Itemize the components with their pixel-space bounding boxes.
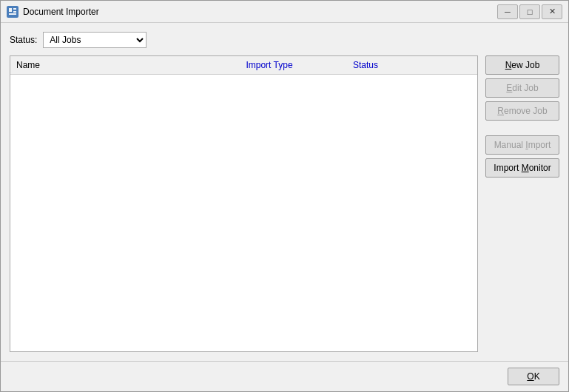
import-monitor-label: Import Monitor: [494, 163, 551, 173]
window-content: Status: All Jobs Active Inactive Complet…: [1, 23, 568, 361]
svg-rect-0: [9, 8, 12, 12]
new-job-label: New Job: [505, 60, 540, 70]
svg-rect-1: [13, 8, 16, 10]
document-importer-window: Document Importer ─ □ ✕ Status: All Jobs…: [0, 0, 569, 392]
table-header: Name Import Type Status: [10, 56, 477, 75]
new-job-button[interactable]: New Job: [485, 55, 559, 75]
remove-job-button[interactable]: Remove Job: [485, 101, 559, 121]
status-bar: Status: All Jobs Active Inactive Complet…: [10, 32, 559, 48]
minimize-button[interactable]: ─: [497, 4, 518, 19]
window-controls: ─ □ ✕: [497, 4, 562, 19]
ok-button[interactable]: OK: [508, 368, 559, 385]
manual-import-button[interactable]: Manual Import: [485, 135, 559, 155]
window-icon: [7, 6, 18, 18]
col-header-import-type: Import Type: [218, 58, 321, 72]
window-footer: OK: [1, 361, 568, 391]
col-header-status: Status: [321, 58, 410, 72]
window-title: Document Importer: [23, 7, 497, 17]
maximize-button[interactable]: □: [519, 4, 540, 19]
col-header-name: Name: [10, 58, 218, 72]
import-monitor-button[interactable]: Import Monitor: [485, 158, 559, 178]
buttons-panel: New Job Edit Job Remove Job Manual Impor…: [485, 55, 559, 352]
manual-import-label: Manual Import: [494, 140, 551, 150]
edit-job-button[interactable]: Edit Job: [485, 78, 559, 98]
btn-spacer: [485, 124, 559, 132]
edit-job-label: Edit Job: [506, 83, 538, 93]
remove-job-label: Remove Job: [497, 106, 547, 116]
svg-rect-3: [9, 13, 16, 15]
main-area: Name Import Type Status New Job Edit Job…: [10, 55, 559, 352]
ok-label: OK: [527, 371, 539, 382]
svg-rect-2: [13, 11, 16, 13]
status-label: Status:: [10, 35, 37, 45]
title-bar: Document Importer ─ □ ✕: [1, 1, 568, 23]
status-select[interactable]: All Jobs Active Inactive Completed Pendi…: [43, 32, 147, 48]
close-button[interactable]: ✕: [542, 4, 562, 19]
table-body: [10, 75, 477, 351]
jobs-table: Name Import Type Status: [10, 55, 478, 352]
